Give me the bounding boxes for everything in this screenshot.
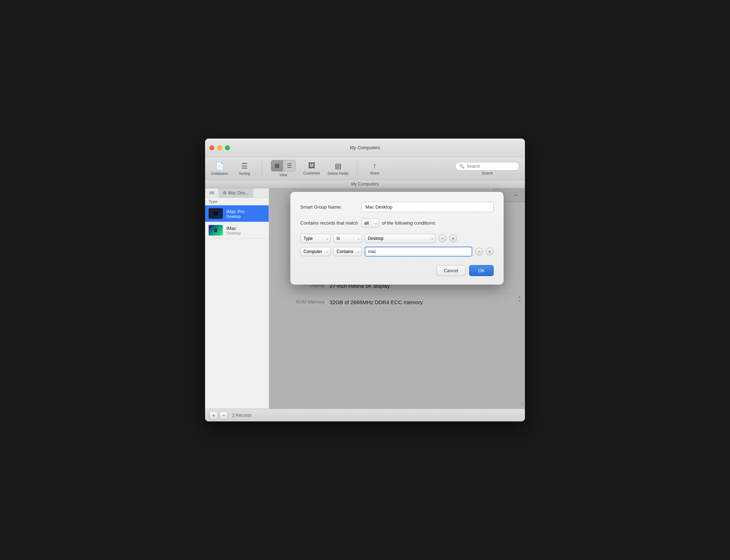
traffic-lights bbox=[209, 145, 230, 150]
modal-condition-row: Contains records that match all any of t… bbox=[300, 219, 494, 227]
modal-buttons: Cancel OK bbox=[300, 265, 494, 276]
contains-label: Contains records that match bbox=[300, 220, 358, 226]
criteria-field-1-wrap: Computer Type bbox=[300, 247, 331, 256]
criteria-op-0-wrap: Is Is not Contains bbox=[333, 234, 362, 243]
subtitle-text: My Computers bbox=[351, 182, 379, 187]
criteria-val-0-wrap: Desktop Laptop bbox=[365, 234, 436, 243]
define-fields-label: Define Fields bbox=[328, 172, 348, 176]
modal-overlay: Smart Group Name: Contains records that … bbox=[269, 188, 525, 409]
view-label: View bbox=[279, 173, 287, 177]
modal-name-row: Smart Group Name: bbox=[300, 202, 494, 212]
item-thumb-imacpro bbox=[209, 208, 223, 219]
main-content: All ⚙ Mac Des... Type iMac Pro Desktop bbox=[205, 188, 525, 409]
databases-icon: 📄 bbox=[215, 162, 224, 170]
share-label: Share bbox=[370, 171, 380, 175]
subtitle-bar: My Computers bbox=[205, 180, 525, 188]
sorting-toolbar-item[interactable]: ☰ Sorting bbox=[236, 162, 253, 176]
item-thumb-imac bbox=[209, 225, 223, 236]
search-input[interactable] bbox=[467, 164, 515, 169]
item-sub-imacpro: Desktop bbox=[226, 214, 265, 219]
criteria-op-1-wrap: Contains Is Is not bbox=[333, 247, 362, 256]
criteria-val-1-input[interactable] bbox=[365, 247, 472, 257]
view-grid-button[interactable]: ⊞ bbox=[271, 160, 283, 171]
define-fields-icon: ▤ bbox=[335, 162, 342, 170]
window-title: My Computers bbox=[350, 145, 380, 150]
customize-label: Customize bbox=[303, 171, 320, 175]
criteria-row-1: Computer Type Contains Is Is not bbox=[300, 247, 494, 257]
criteria-op-0[interactable]: Is Is not Contains bbox=[333, 234, 362, 243]
toolbar-separator-2 bbox=[357, 161, 357, 176]
item-info-imacpro: iMac Pro Desktop bbox=[226, 209, 265, 219]
titlebar: My Computers bbox=[205, 139, 525, 157]
item-sub-imac: Desktop bbox=[226, 231, 265, 235]
item-name-imac: iMac bbox=[226, 226, 265, 231]
criteria-add-1[interactable]: + bbox=[486, 248, 494, 255]
criteria-row-0: Type Computer Is Is not Contains bbox=[300, 234, 494, 243]
criteria-remove-1[interactable]: − bbox=[475, 248, 483, 255]
smart-group-name-label: Smart Group Name: bbox=[300, 204, 357, 210]
customize-toolbar-item[interactable]: 🖼 Customize bbox=[303, 162, 321, 175]
share-icon: ↑ bbox=[373, 162, 376, 170]
add-record-button[interactable]: + bbox=[209, 411, 218, 420]
sidebar: All ⚙ Mac Des... Type iMac Pro Desktop bbox=[205, 188, 269, 409]
sorting-label: Sorting bbox=[239, 172, 250, 176]
customize-icon: 🖼 bbox=[308, 162, 315, 170]
close-button[interactable] bbox=[209, 145, 214, 150]
detail-area: Picture Type Desktop Display 27-inch Ret… bbox=[269, 188, 525, 409]
smart-group-modal: Smart Group Name: Contains records that … bbox=[290, 192, 504, 285]
databases-toolbar-item[interactable]: 📄 Databases bbox=[211, 162, 229, 176]
sorting-icon: ☰ bbox=[241, 162, 248, 170]
criteria-rows: Type Computer Is Is not Contains bbox=[300, 234, 494, 257]
tab-all[interactable]: All bbox=[205, 188, 219, 198]
criteria-val-0[interactable]: Desktop Laptop bbox=[365, 234, 436, 243]
toolbar-separator-1 bbox=[262, 161, 262, 176]
search-area: 🔍 Search bbox=[455, 162, 519, 175]
sidebar-col-type: Type bbox=[205, 198, 269, 205]
records-count: 2 Records bbox=[232, 413, 252, 418]
criteria-field-1[interactable]: Computer Type bbox=[300, 247, 331, 256]
criteria-op-1[interactable]: Contains Is Is not bbox=[333, 247, 362, 256]
define-fields-toolbar-item[interactable]: ▤ Define Fields bbox=[328, 162, 348, 176]
toolbar: 📄 Databases ☰ Sorting ⊞ ☰ View 🖼 Customi… bbox=[205, 157, 525, 180]
minimize-button[interactable] bbox=[217, 145, 222, 150]
item-info-imac: iMac Desktop bbox=[226, 226, 265, 235]
item-name-imacpro: iMac Pro bbox=[226, 209, 265, 214]
tab-mac-desktop[interactable]: ⚙ Mac Des... bbox=[219, 188, 253, 198]
view-list-button[interactable]: ☰ bbox=[283, 160, 295, 171]
criteria-field-0[interactable]: Type Computer bbox=[300, 234, 331, 243]
criteria-remove-0[interactable]: − bbox=[439, 235, 446, 242]
share-toolbar-item[interactable]: ↑ Share bbox=[366, 162, 383, 175]
main-window: My Computers 📄 Databases ☰ Sorting ⊞ ☰ V… bbox=[205, 139, 525, 421]
criteria-field-0-wrap: Type Computer bbox=[300, 234, 331, 243]
databases-label: Databases bbox=[211, 172, 228, 176]
search-toolbar-label: Search bbox=[482, 171, 493, 175]
match-select-wrap: all any bbox=[361, 219, 379, 227]
sidebar-item-imacpro[interactable]: iMac Pro Desktop bbox=[205, 205, 269, 222]
maximize-button[interactable] bbox=[225, 145, 230, 150]
smart-group-name-input[interactable] bbox=[361, 202, 494, 212]
match-select[interactable]: all any bbox=[361, 219, 379, 227]
view-toggle: ⊞ ☰ bbox=[271, 160, 296, 172]
remove-record-button[interactable]: − bbox=[219, 411, 228, 420]
search-icon: 🔍 bbox=[459, 164, 465, 169]
sidebar-tabs: All ⚙ Mac Des... bbox=[205, 188, 269, 198]
criteria-add-0[interactable]: + bbox=[449, 235, 457, 242]
ok-button[interactable]: OK bbox=[469, 265, 494, 276]
bottom-bar: + − 2 Records bbox=[205, 409, 525, 421]
sidebar-item-imac[interactable]: iMac Desktop bbox=[205, 222, 269, 239]
cancel-button[interactable]: Cancel bbox=[436, 265, 466, 276]
conditions-label: of the following conditions: bbox=[382, 220, 436, 226]
search-box[interactable]: 🔍 bbox=[455, 162, 519, 171]
